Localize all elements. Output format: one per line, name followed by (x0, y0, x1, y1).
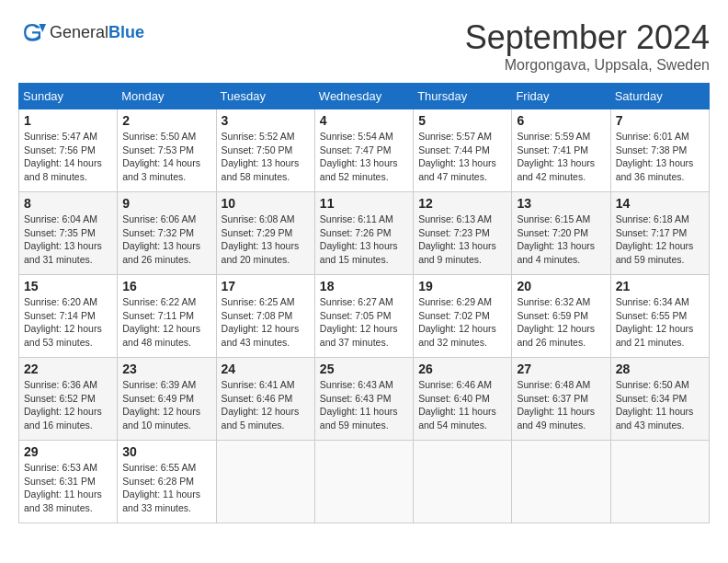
logo-general-text: General (50, 23, 108, 41)
day-number: 3 (222, 113, 310, 128)
logo-wordmark: GeneralBlue (50, 23, 144, 42)
day-info: Sunrise: 6:06 AM Sunset: 7:32 PM Dayligh… (122, 213, 210, 267)
calendar-cell: 26 Sunrise: 6:46 AM Sunset: 6:40 PM Dayl… (414, 358, 512, 441)
day-info: Sunrise: 6:25 AM Sunset: 7:08 PM Dayligh… (222, 295, 310, 350)
calendar-cell: 1 Sunrise: 5:47 AM Sunset: 7:56 PM Dayli… (19, 109, 118, 192)
calendar-cell: 18 Sunrise: 6:27 AM Sunset: 7:05 PM Dayl… (314, 275, 413, 358)
calendar-cell: 21 Sunrise: 6:34 AM Sunset: 6:55 PM Dayl… (610, 275, 709, 358)
calendar-cell: 10 Sunrise: 6:08 AM Sunset: 7:29 PM Dayl… (216, 192, 314, 275)
day-info: Sunrise: 6:20 AM Sunset: 7:14 PM Dayligh… (24, 295, 112, 350)
col-header-monday: Monday (118, 84, 216, 109)
day-number: 4 (320, 113, 408, 128)
day-info: Sunrise: 6:46 AM Sunset: 6:40 PM Dayligh… (418, 378, 506, 432)
day-info: Sunrise: 6:11 AM Sunset: 7:26 PM Dayligh… (320, 213, 408, 267)
day-info: Sunrise: 6:13 AM Sunset: 7:23 PM Dayligh… (418, 213, 506, 267)
day-info: Sunrise: 6:04 AM Sunset: 7:35 PM Dayligh… (24, 213, 112, 267)
month-title: September 2024 (465, 18, 710, 57)
logo-blue-text: Blue (108, 23, 144, 41)
calendar-week-row: 15 Sunrise: 6:20 AM Sunset: 7:14 PM Dayl… (19, 275, 710, 358)
calendar-cell: 25 Sunrise: 6:43 AM Sunset: 6:43 PM Dayl… (314, 358, 413, 441)
day-number: 22 (24, 362, 112, 376)
day-number: 6 (517, 113, 605, 128)
day-info: Sunrise: 5:54 AM Sunset: 7:47 PM Dayligh… (320, 130, 408, 184)
day-number: 8 (24, 196, 112, 211)
day-number: 19 (418, 279, 506, 293)
calendar-cell: 16 Sunrise: 6:22 AM Sunset: 7:11 PM Dayl… (118, 275, 216, 358)
calendar-cell: 3 Sunrise: 5:52 AM Sunset: 7:50 PM Dayli… (216, 109, 314, 192)
day-info: Sunrise: 6:43 AM Sunset: 6:43 PM Dayligh… (320, 378, 408, 432)
day-number: 26 (418, 362, 506, 376)
day-info: Sunrise: 6:53 AM Sunset: 6:31 PM Dayligh… (24, 461, 112, 515)
day-number: 21 (616, 279, 704, 293)
day-number: 24 (222, 362, 310, 376)
calendar-cell: 23 Sunrise: 6:39 AM Sunset: 6:49 PM Dayl… (118, 358, 216, 441)
day-info: Sunrise: 6:34 AM Sunset: 6:55 PM Dayligh… (616, 295, 704, 350)
col-header-wednesday: Wednesday (314, 84, 413, 109)
day-info: Sunrise: 6:18 AM Sunset: 7:17 PM Dayligh… (616, 213, 704, 267)
day-info: Sunrise: 5:47 AM Sunset: 7:56 PM Dayligh… (24, 130, 112, 184)
day-number: 9 (122, 196, 210, 211)
calendar-cell: 28 Sunrise: 6:50 AM Sunset: 6:34 PM Dayl… (610, 358, 709, 441)
calendar-cell (216, 441, 314, 523)
calendar-cell: 13 Sunrise: 6:15 AM Sunset: 7:20 PM Dayl… (512, 192, 610, 275)
day-info: Sunrise: 6:50 AM Sunset: 6:34 PM Dayligh… (616, 378, 704, 432)
weekday-header-row: Sunday Monday Tuesday Wednesday Thursday… (19, 84, 710, 109)
day-info: Sunrise: 6:55 AM Sunset: 6:28 PM Dayligh… (122, 461, 210, 515)
day-info: Sunrise: 6:29 AM Sunset: 7:02 PM Dayligh… (418, 295, 506, 350)
day-number: 18 (320, 279, 408, 293)
day-info: Sunrise: 6:27 AM Sunset: 7:05 PM Dayligh… (320, 295, 408, 350)
day-number: 28 (616, 362, 704, 376)
day-info: Sunrise: 6:08 AM Sunset: 7:29 PM Dayligh… (222, 213, 310, 267)
day-info: Sunrise: 5:57 AM Sunset: 7:44 PM Dayligh… (418, 130, 506, 184)
generalblue-logo-icon (18, 18, 46, 46)
calendar-cell: 6 Sunrise: 5:59 AM Sunset: 7:41 PM Dayli… (512, 109, 610, 192)
calendar-cell: 24 Sunrise: 6:41 AM Sunset: 6:46 PM Dayl… (216, 358, 314, 441)
day-number: 17 (222, 279, 310, 293)
calendar-cell: 2 Sunrise: 5:50 AM Sunset: 7:53 PM Dayli… (118, 109, 216, 192)
calendar-cell: 7 Sunrise: 6:01 AM Sunset: 7:38 PM Dayli… (610, 109, 709, 192)
day-number: 11 (320, 196, 408, 211)
calendar-week-row: 29 Sunrise: 6:53 AM Sunset: 6:31 PM Dayl… (19, 441, 710, 523)
calendar-cell: 12 Sunrise: 6:13 AM Sunset: 7:23 PM Dayl… (414, 192, 512, 275)
calendar-cell: 17 Sunrise: 6:25 AM Sunset: 7:08 PM Dayl… (216, 275, 314, 358)
calendar-cell: 19 Sunrise: 6:29 AM Sunset: 7:02 PM Dayl… (414, 275, 512, 358)
day-number: 2 (122, 113, 210, 128)
day-number: 13 (517, 196, 605, 211)
day-number: 30 (122, 444, 210, 459)
day-info: Sunrise: 5:59 AM Sunset: 7:41 PM Dayligh… (517, 130, 605, 184)
day-number: 14 (616, 196, 704, 211)
calendar-cell: 9 Sunrise: 6:06 AM Sunset: 7:32 PM Dayli… (118, 192, 216, 275)
calendar-cell: 30 Sunrise: 6:55 AM Sunset: 6:28 PM Dayl… (118, 441, 216, 523)
title-section: September 2024 Morgongava, Uppsala, Swed… (465, 18, 710, 74)
day-number: 23 (122, 362, 210, 376)
calendar-cell: 4 Sunrise: 5:54 AM Sunset: 7:47 PM Dayli… (314, 109, 413, 192)
calendar-cell: 29 Sunrise: 6:53 AM Sunset: 6:31 PM Dayl… (19, 441, 118, 523)
calendar-cell: 20 Sunrise: 6:32 AM Sunset: 6:59 PM Dayl… (512, 275, 610, 358)
day-number: 20 (517, 279, 605, 293)
calendar-cell: 27 Sunrise: 6:48 AM Sunset: 6:37 PM Dayl… (512, 358, 610, 441)
day-number: 1 (24, 113, 112, 128)
page-header: GeneralBlue September 2024 Morgongava, U… (18, 18, 710, 74)
calendar-cell (512, 441, 610, 523)
logo: GeneralBlue (18, 18, 144, 46)
calendar-cell: 15 Sunrise: 6:20 AM Sunset: 7:14 PM Dayl… (19, 275, 118, 358)
day-number: 27 (517, 362, 605, 376)
day-number: 15 (24, 279, 112, 293)
day-info: Sunrise: 6:32 AM Sunset: 6:59 PM Dayligh… (517, 295, 605, 350)
calendar-cell (414, 441, 512, 523)
day-number: 10 (222, 196, 310, 211)
calendar-cell: 14 Sunrise: 6:18 AM Sunset: 7:17 PM Dayl… (610, 192, 709, 275)
calendar-cell (314, 441, 413, 523)
day-info: Sunrise: 5:50 AM Sunset: 7:53 PM Dayligh… (122, 130, 210, 184)
col-header-saturday: Saturday (610, 84, 709, 109)
day-number: 29 (24, 444, 112, 459)
day-info: Sunrise: 6:48 AM Sunset: 6:37 PM Dayligh… (517, 378, 605, 432)
col-header-sunday: Sunday (19, 84, 118, 109)
calendar-cell: 8 Sunrise: 6:04 AM Sunset: 7:35 PM Dayli… (19, 192, 118, 275)
day-info: Sunrise: 6:01 AM Sunset: 7:38 PM Dayligh… (616, 130, 704, 184)
day-info: Sunrise: 6:22 AM Sunset: 7:11 PM Dayligh… (122, 295, 210, 350)
day-info: Sunrise: 6:15 AM Sunset: 7:20 PM Dayligh… (517, 213, 605, 267)
day-info: Sunrise: 6:41 AM Sunset: 6:46 PM Dayligh… (222, 378, 310, 432)
calendar-cell: 22 Sunrise: 6:36 AM Sunset: 6:52 PM Dayl… (19, 358, 118, 441)
calendar-week-row: 1 Sunrise: 5:47 AM Sunset: 7:56 PM Dayli… (19, 109, 710, 192)
